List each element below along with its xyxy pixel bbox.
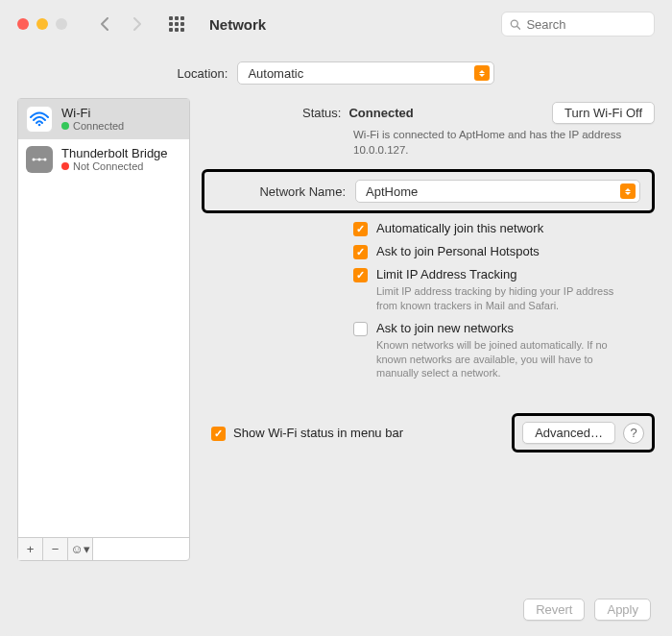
zoom-icon[interactable] (56, 18, 67, 30)
titlebar: Network (0, 0, 672, 48)
main-panel: Status: Connected Turn Wi-Fi Off Wi-Fi i… (202, 98, 655, 561)
limit-ip-checkbox-row[interactable]: Limit IP Address Tracking Limit IP addre… (353, 267, 655, 313)
sidebar-item-thunderbolt[interactable]: Thunderbolt Bridge Not Connected (18, 139, 189, 180)
close-icon[interactable] (17, 18, 29, 30)
sidebar-footer: + − ☺︎▾ (18, 537, 189, 560)
network-name-label: Network Name: (216, 184, 346, 199)
hotspots-checkbox-row[interactable]: Ask to join Personal Hotspots (353, 244, 655, 259)
location-label: Location: (178, 66, 228, 81)
search-field[interactable] (501, 12, 655, 37)
chevron-updown-icon (620, 183, 636, 199)
page-title: Network (209, 16, 266, 33)
network-name-highlight: Network Name: AptHome (202, 169, 655, 213)
back-button[interactable] (92, 12, 117, 37)
sidebar-item-label: Wi-Fi (61, 106, 124, 120)
status-dot-icon (61, 122, 69, 130)
auto-join-checkbox-row[interactable]: Automatically join this network (353, 221, 655, 236)
checkbox-desc: Limit IP address tracking by hiding your… (376, 284, 637, 313)
sidebar-options-button[interactable]: ☺︎▾ (68, 538, 93, 560)
sidebar-item-wifi[interactable]: Wi-Fi Connected (18, 99, 189, 139)
forward-button[interactable] (125, 12, 150, 37)
svg-point-2 (38, 124, 41, 127)
remove-interface-button[interactable]: − (43, 538, 68, 560)
sidebar-item-status: Not Connected (73, 160, 143, 172)
network-name-value: AptHome (366, 184, 418, 199)
show-all-icon[interactable] (169, 16, 184, 32)
chevron-updown-icon (474, 65, 490, 81)
status-label: Status: (302, 106, 341, 120)
window-controls (17, 18, 67, 30)
svg-line-1 (516, 26, 519, 29)
ask-new-checkbox-row[interactable]: Ask to join new networks Known networks … (353, 321, 655, 381)
add-interface-button[interactable]: + (18, 538, 43, 560)
revert-button[interactable]: Revert (523, 599, 585, 621)
help-button[interactable]: ? (623, 423, 644, 444)
location-select[interactable]: Automatic (237, 61, 494, 85)
location-row: Location: Automatic (0, 48, 672, 98)
menubar-checkbox[interactable] (211, 427, 226, 441)
checkbox-icon[interactable] (353, 245, 368, 259)
checkbox-label: Ask to join Personal Hotspots (376, 244, 540, 258)
sidebar-item-label: Thunderbolt Bridge (61, 146, 168, 160)
checkbox-icon[interactable] (353, 222, 368, 236)
advanced-button[interactable]: Advanced… (522, 422, 615, 444)
checkbox-desc: Known networks will be joined automatica… (376, 338, 637, 381)
checkbox-label: Automatically join this network (376, 221, 543, 235)
wifi-toggle-button[interactable]: Turn Wi-Fi Off (552, 102, 655, 124)
status-dot-icon (61, 162, 69, 170)
checkbox-icon[interactable] (353, 268, 368, 282)
search-icon (510, 18, 520, 31)
wifi-icon (26, 106, 53, 133)
checkbox-icon[interactable] (353, 322, 368, 336)
location-value: Automatic (248, 66, 303, 81)
interface-sidebar: Wi-Fi Connected Thunderbolt Bridge Not C… (17, 98, 190, 561)
search-input[interactable] (526, 17, 646, 32)
apply-button[interactable]: Apply (594, 599, 651, 621)
status-desc: Wi-Fi is connected to AptHome and has th… (353, 128, 655, 158)
status-value: Connected (348, 106, 413, 120)
thunderbolt-icon (26, 146, 53, 173)
checkbox-label: Ask to join new networks (376, 321, 637, 335)
menubar-label: Show Wi-Fi status in menu bar (233, 426, 403, 440)
checkbox-label: Limit IP Address Tracking (376, 267, 637, 281)
minimize-icon[interactable] (36, 18, 48, 30)
advanced-highlight: Advanced… ? (512, 413, 655, 453)
sidebar-item-status: Connected (73, 120, 124, 132)
network-name-select[interactable]: AptHome (355, 180, 640, 203)
